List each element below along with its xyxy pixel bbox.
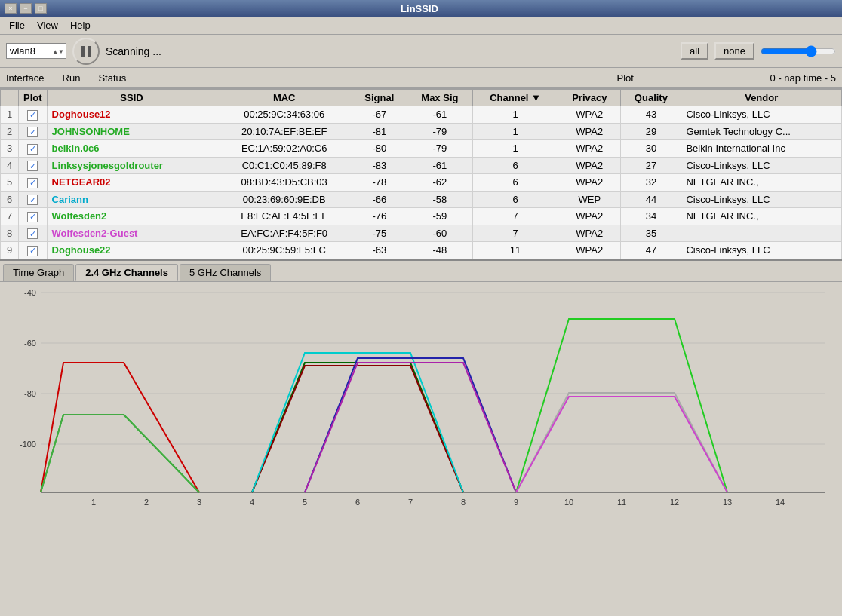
checkbox-3[interactable] <box>27 161 38 171</box>
row-num-7: 8 <box>1 225 19 242</box>
window-controls[interactable]: × − □ <box>5 3 47 14</box>
none-button[interactable]: none <box>714 42 754 60</box>
checkbox-6[interactable] <box>27 212 38 222</box>
mac-cell-4: 08:BD:43:D5:CB:03 <box>217 174 352 192</box>
interface-label[interactable]: Interface <box>6 72 45 84</box>
svg-text:4: 4 <box>250 498 254 507</box>
checkbox-0[interactable] <box>27 110 38 121</box>
tab-2.4ghz[interactable]: 2.4 GHz Channels <box>75 264 178 281</box>
status-label[interactable]: Status <box>98 72 126 84</box>
channel-cell-2: 1 <box>472 140 558 158</box>
plot-checkbox-4[interactable] <box>19 174 48 192</box>
checkbox-2[interactable] <box>27 144 38 155</box>
run-label[interactable]: Run <box>63 72 81 84</box>
quality-cell-4: 32 <box>621 174 681 192</box>
toolbar: wlan8 Scanning ... all none <box>0 35 842 68</box>
signal-cell-8: -63 <box>352 242 407 259</box>
table-row: 1 Doghouse12 00:25:9C:34:63:06 -67 -61 1… <box>1 106 842 124</box>
th-quality: Quality <box>621 90 681 106</box>
channel-cell-4: 6 <box>472 174 558 192</box>
vendor-cell-3: Cisco-Linksys, LLC <box>681 157 842 174</box>
ssid-cell-4: NETGEAR02 <box>47 174 217 192</box>
plot-checkbox-3[interactable] <box>19 157 48 174</box>
row-num-1: 2 <box>1 123 19 140</box>
pause-button[interactable] <box>72 38 100 65</box>
row-num-5: 6 <box>1 191 19 208</box>
svg-text:9: 9 <box>514 498 518 507</box>
row-num-2: 3 <box>1 140 19 158</box>
th-mac: MAC <box>217 90 352 106</box>
plot-checkbox-0[interactable] <box>19 106 48 124</box>
table-row: 7 Wolfesden2 E8:FC:AF:F4:5F:EF -76 -59 7… <box>1 208 842 225</box>
ssid-cell-2: belkin.0c6 <box>47 140 217 158</box>
quality-cell-6: 34 <box>621 208 681 225</box>
interface-select[interactable]: wlan8 <box>6 43 66 59</box>
toolbar-right: all none <box>681 42 836 60</box>
vendor-cell-0: Cisco-Linksys, LLC <box>681 106 842 124</box>
all-button[interactable]: all <box>681 42 708 60</box>
tab-time-graph[interactable]: Time Graph <box>3 264 74 281</box>
maximize-btn[interactable]: □ <box>35 3 47 14</box>
checkbox-1[interactable] <box>27 127 38 137</box>
app-title: LinSSID <box>47 3 792 14</box>
mac-cell-6: E8:FC:AF:F4:5F:EF <box>217 208 352 225</box>
plot-checkbox-5[interactable] <box>19 191 48 208</box>
plot-checkbox-6[interactable] <box>19 208 48 225</box>
network-table: Plot SSID MAC Signal Max Sig Channel ▼ P… <box>0 89 842 259</box>
ssid-cell-5: Cariann <box>47 191 217 208</box>
svg-text:1: 1 <box>91 498 96 507</box>
svg-text:6: 6 <box>355 498 360 507</box>
signal-cell-7: -75 <box>352 225 407 242</box>
minimize-btn[interactable]: − <box>20 3 32 14</box>
svg-text:12: 12 <box>670 498 679 507</box>
channel-cell-1: 1 <box>472 123 558 140</box>
svg-text:-100: -100 <box>20 440 36 449</box>
menu-help[interactable]: Help <box>64 18 97 32</box>
svg-text:2: 2 <box>144 498 149 507</box>
privacy-cell-2: WPA2 <box>558 140 621 158</box>
checkbox-5[interactable] <box>27 195 38 205</box>
quality-cell-5: 44 <box>621 191 681 208</box>
table-header-row: Plot SSID MAC Signal Max Sig Channel ▼ P… <box>1 90 842 106</box>
table-row: 4 Linksysjonesgoldrouter C0:C1:C0:45:89:… <box>1 157 842 174</box>
plot-checkbox-7[interactable] <box>19 225 48 242</box>
plot-checkbox-8[interactable] <box>19 242 48 259</box>
mac-cell-5: 00:23:69:60:9E:DB <box>217 191 352 208</box>
checkbox-7[interactable] <box>27 228 38 239</box>
th-privacy: Privacy <box>558 90 621 106</box>
vendor-cell-4: NETGEAR INC., <box>681 174 842 192</box>
signal-slider[interactable] <box>761 44 836 59</box>
maxsig-cell-8: -48 <box>407 242 472 259</box>
plot-label: Plot <box>617 72 634 84</box>
close-btn[interactable]: × <box>5 3 17 14</box>
svg-text:3: 3 <box>197 498 201 507</box>
channel-cell-3: 6 <box>472 157 558 174</box>
ssid-cell-6: Wolfesden2 <box>47 208 217 225</box>
ssid-cell-8: Doghouse22 <box>47 242 217 259</box>
checkbox-8[interactable] <box>27 246 38 256</box>
signal-cell-4: -78 <box>352 174 407 192</box>
signal-cell-1: -81 <box>352 123 407 140</box>
chart-area: -40 -60 -80 -100 1 2 3 4 5 6 7 8 9 10 11… <box>0 282 842 518</box>
channel-cell-6: 7 <box>472 208 558 225</box>
plot-checkbox-1[interactable] <box>19 123 48 140</box>
plot-checkbox-2[interactable] <box>19 140 48 158</box>
chart-container: Time Graph 2.4 GHz Channels 5 GHz Channe… <box>0 261 842 518</box>
th-vendor: Vendor <box>681 90 842 106</box>
menu-view[interactable]: View <box>31 18 64 32</box>
tab-5ghz[interactable]: 5 GHz Channels <box>180 264 271 281</box>
row-num-6: 7 <box>1 208 19 225</box>
mac-cell-7: EA:FC:AF:F4:5F:F0 <box>217 225 352 242</box>
menu-file[interactable]: File <box>3 18 31 32</box>
quality-cell-3: 27 <box>621 157 681 174</box>
svg-text:-80: -80 <box>24 389 36 398</box>
vendor-cell-8: Cisco-Linksys, LLC <box>681 242 842 259</box>
ssid-cell-1: JOHNSONHOME <box>47 123 217 140</box>
table-body: 1 Doghouse12 00:25:9C:34:63:06 -67 -61 1… <box>1 106 842 259</box>
svg-text:13: 13 <box>723 498 732 507</box>
checkbox-4[interactable] <box>27 178 38 188</box>
quality-cell-1: 29 <box>621 123 681 140</box>
mac-cell-1: 20:10:7A:EF:BE:EF <box>217 123 352 140</box>
th-maxsig: Max Sig <box>407 90 472 106</box>
interface-select-wrap[interactable]: wlan8 <box>6 43 66 59</box>
